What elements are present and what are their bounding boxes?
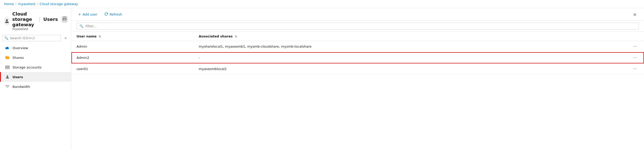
print-button[interactable] — [62, 16, 67, 22]
table-row[interactable]: Admin2-··· — [71, 52, 644, 63]
svg-point-0 — [6, 19, 8, 21]
filter-input[interactable] — [85, 24, 636, 28]
table-icon — [5, 65, 10, 70]
sidebar-nav: Overview Shares Storage accounts — [0, 43, 71, 150]
sidebar: Cloud storage gateway | Users myasetest … — [0, 8, 71, 150]
cell-more: ··· — [626, 41, 644, 52]
users-table-wrap: User name ⇅ Associated shares ⇅ Adminmys… — [71, 32, 644, 150]
resource-subtitle: myasetest — [12, 27, 67, 31]
title-separator: | — [39, 16, 40, 22]
toolbar: + Add user Refresh × — [71, 8, 644, 21]
sidebar-item-shares[interactable]: Shares — [0, 53, 71, 62]
col-shares[interactable]: Associated shares ⇅ — [194, 32, 626, 41]
col-shares-label: Associated shares — [199, 34, 233, 38]
col-username-sort-icon: ⇅ — [99, 35, 101, 38]
close-button[interactable]: × — [631, 10, 639, 18]
sidebar-item-bandwidth[interactable]: Bandwidth — [0, 82, 71, 91]
resource-title-block: Cloud storage gateway | Users myasetest — [12, 11, 67, 31]
table-header-row: User name ⇅ Associated shares ⇅ — [71, 32, 644, 41]
cell-shares: myasesmblocal2 — [194, 63, 626, 75]
refresh-label: Refresh — [109, 12, 122, 16]
more-options-button[interactable]: ··· — [631, 55, 639, 61]
sidebar-item-storage-label: Storage accounts — [13, 65, 42, 69]
refresh-icon — [104, 12, 108, 17]
resource-title: Cloud storage gateway — [12, 11, 35, 27]
cloud-icon — [5, 45, 10, 50]
sidebar-item-bandwidth-label: Bandwidth — [13, 85, 30, 89]
sidebar-item-overview-label: Overview — [13, 46, 28, 50]
svg-point-6 — [7, 75, 8, 77]
plus-icon: + — [78, 12, 81, 16]
collapse-button[interactable]: « — [62, 34, 69, 42]
resource-section: Users — [43, 17, 58, 22]
sidebar-item-overview[interactable]: Overview — [0, 43, 71, 53]
cell-username: Admin2 — [71, 52, 194, 63]
resource-header: Cloud storage gateway | Users myasetest — [0, 8, 71, 33]
col-shares-sort-icon: ⇅ — [235, 35, 237, 38]
refresh-button[interactable]: Refresh — [103, 11, 123, 18]
bandwidth-icon — [5, 84, 10, 89]
breadcrumb-sep1: › — [15, 2, 16, 6]
sidebar-item-shares-label: Shares — [13, 56, 24, 60]
svg-rect-5 — [6, 68, 9, 69]
svg-rect-3 — [6, 66, 9, 66]
cell-shares: - — [194, 52, 626, 63]
sidebar-search-box[interactable]: 🔍 — [2, 35, 61, 41]
breadcrumb: Home › myasetest › Cloud storage gateway — [0, 0, 644, 8]
sidebar-item-users[interactable]: Users — [0, 72, 71, 82]
sidebar-item-users-label: Users — [13, 75, 23, 79]
cell-username: user01 — [71, 63, 194, 75]
folder-icon — [5, 55, 10, 60]
table-row[interactable]: Adminmysharelocal1, myasesmb1, mysmb-clo… — [71, 41, 644, 52]
table-row[interactable]: user01myasesmblocal2··· — [71, 63, 644, 75]
sidebar-search-row: 🔍 « — [0, 33, 71, 43]
cell-username: Admin — [71, 41, 194, 52]
cell-shares: mysharelocal1, myasesmb1, mysmb-cloudsha… — [194, 41, 626, 52]
svg-rect-2 — [64, 19, 66, 20]
col-actions — [626, 32, 644, 41]
resource-icon — [4, 17, 10, 26]
cell-more: ··· — [626, 63, 644, 75]
sidebar-item-storage-accounts[interactable]: Storage accounts — [0, 62, 71, 72]
breadcrumb-current[interactable]: Cloud storage gateway — [40, 2, 78, 6]
cell-more: ··· — [626, 52, 644, 63]
add-user-label: Add user — [83, 12, 97, 16]
breadcrumb-home[interactable]: Home — [4, 2, 14, 6]
svg-rect-4 — [6, 67, 9, 68]
users-icon — [5, 74, 10, 79]
more-options-button[interactable]: ··· — [631, 66, 639, 72]
breadcrumb-resource[interactable]: myasetest — [18, 2, 35, 6]
content-area: + Add user Refresh × 🔍 — [71, 8, 644, 150]
add-user-button[interactable]: + Add user — [77, 11, 99, 17]
filter-input-wrap[interactable]: 🔍 — [77, 23, 639, 30]
col-username[interactable]: User name ⇅ — [71, 32, 194, 41]
col-username-label: User name — [77, 34, 96, 38]
more-options-button[interactable]: ··· — [631, 44, 639, 49]
users-table: User name ⇅ Associated shares ⇅ Adminmys… — [71, 32, 644, 75]
search-input[interactable] — [10, 36, 59, 40]
filter-bar: 🔍 — [71, 21, 644, 32]
search-icon: 🔍 — [4, 36, 8, 40]
breadcrumb-sep2: › — [37, 2, 38, 6]
filter-search-icon: 🔍 — [79, 24, 83, 28]
